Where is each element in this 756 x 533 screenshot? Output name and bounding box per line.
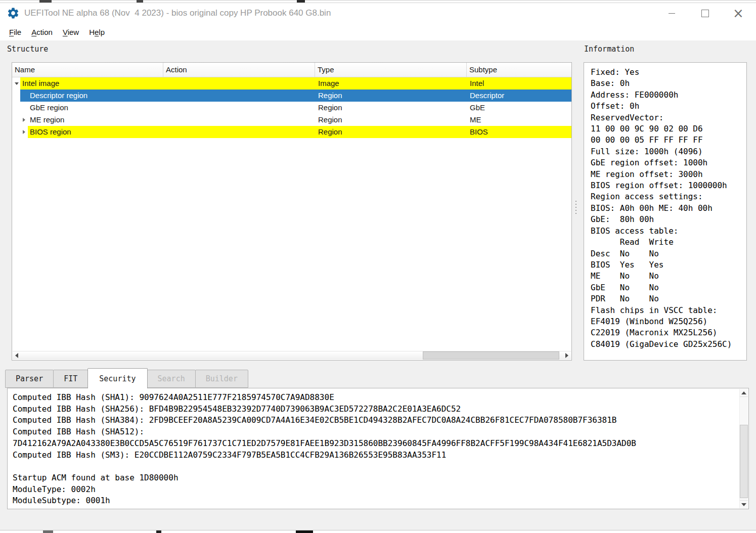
horizontal-scrollbar-thumb[interactable] [423,351,559,360]
tab-builder: Builder [195,370,248,388]
column-header-subtype[interactable]: Subtype [467,63,571,77]
menu-view[interactable]: View [58,25,84,39]
scroll-right-button[interactable] [563,351,571,360]
structure-tree: Name Action Type Subtype Intel image Ima… [12,62,572,361]
table-row-gbe-region[interactable]: GbE region Region GbE [12,102,571,114]
information-panel[interactable]: Fixed: Yes Base: 0h Address: FE000000h O… [584,62,747,361]
menu-bar: File Action View Help [0,23,756,40]
column-header-name[interactable]: Name [12,63,163,77]
scroll-up-button[interactable] [740,389,748,397]
scroll-down-button[interactable] [740,500,748,508]
background-fragment [156,530,161,533]
window-controls: × [655,3,755,23]
background-fragment [43,530,53,533]
row-highlight [28,126,571,138]
tab-search: Search [147,370,196,388]
close-button[interactable]: × [722,3,755,23]
chevron-down-icon[interactable] [15,82,19,85]
chevron-right-icon[interactable] [23,118,25,122]
maximize-icon [701,10,709,17]
tab-fit[interactable]: FIT [53,370,88,388]
panel-splitter-handle[interactable] [575,201,576,202]
gear-icon [7,7,20,20]
vertical-scrollbar-thumb[interactable] [740,425,748,498]
tab-security[interactable]: Security [87,368,147,388]
scroll-left-button[interactable] [13,351,21,360]
menu-action[interactable]: Action [26,25,58,39]
uefitool-window: UEFITool NE alpha 68 (Nov 4 2023) - bios… [0,0,756,533]
background-window-edge [0,0,756,1]
row-highlight [20,77,571,90]
table-row-intel-image[interactable]: Intel image Image Intel [12,77,571,90]
background-fragment [296,530,313,533]
information-text: Fixed: Yes Base: 0h Address: FE000000h O… [584,63,746,350]
structure-label: Structure [7,45,48,54]
app-window: UEFITool NE alpha 68 (Nov 4 2023) - bios… [0,3,756,530]
horizontal-scrollbar[interactable] [13,351,571,360]
security-output-text: Computed IBB Hash (SHA1): 9097624A0A2511… [8,388,748,507]
bottom-tab-bar: Parser FIT Security Search Builder [5,368,248,388]
arrow-down-icon [741,503,746,506]
maximize-button[interactable] [688,3,722,23]
vertical-scrollbar[interactable] [739,389,748,508]
close-icon: × [733,10,744,17]
chevron-right-icon[interactable] [23,130,25,134]
arrow-right-icon [565,353,568,358]
table-row-bios-region[interactable]: BIOS region Region BIOS [12,126,571,138]
tab-parser[interactable]: Parser [5,370,54,388]
security-output-panel[interactable]: Computed IBB Hash (SHA1): 9097624A0A2511… [7,388,749,509]
window-title: UEFITool NE alpha 68 (Nov 4 2023) - bios… [24,8,331,18]
table-row-me-region[interactable]: ME region Region ME [12,114,571,126]
menu-help[interactable]: Help [84,25,110,39]
title-bar[interactable]: UEFITool NE alpha 68 (Nov 4 2023) - bios… [0,3,756,23]
minimize-button[interactable] [655,3,688,23]
information-label: Information [584,45,634,54]
column-header-type[interactable]: Type [315,63,467,77]
menu-file[interactable]: File [4,25,26,39]
minimize-icon [669,13,675,14]
tree-header: Name Action Type Subtype [12,63,571,77]
column-header-action[interactable]: Action [163,63,315,77]
arrow-up-icon [741,391,746,394]
tree-rows: Intel image Image Intel Descriptor regio… [12,77,571,138]
table-row-descriptor-region[interactable]: Descriptor region Region Descriptor [12,90,571,102]
arrow-left-icon [15,353,18,358]
